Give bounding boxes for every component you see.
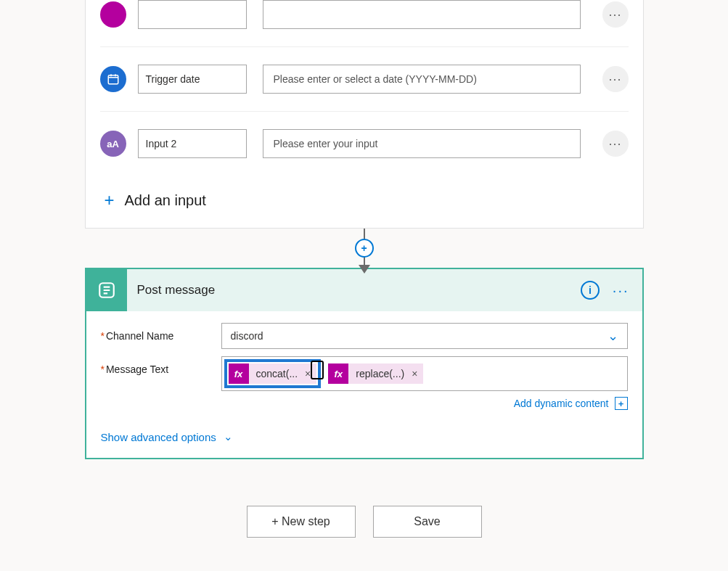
- bottom-actions: + New step Save: [0, 506, 728, 538]
- expression-token[interactable]: fx concat(... ×: [229, 363, 317, 384]
- plus-icon: +: [105, 190, 115, 210]
- param-name-input[interactable]: [138, 0, 247, 29]
- trigger-input-row: Trigger date Please enter or select a da…: [100, 46, 629, 111]
- info-icon[interactable]: i: [581, 281, 600, 300]
- field-channel-name: *Channel Name discord ⌄: [101, 323, 628, 349]
- param-value-input[interactable]: Please enter or select a date (YYYY-MM-D…: [263, 65, 581, 94]
- row-more-button[interactable]: ···: [602, 131, 629, 157]
- param-name-input[interactable]: Input 2: [138, 129, 247, 158]
- select-value: discord: [231, 330, 263, 342]
- chevron-down-icon: ⌄: [224, 430, 233, 443]
- field-message-text: *Message Text fx concat(... × fx: [101, 356, 628, 410]
- field-label: *Message Text: [101, 356, 221, 375]
- channel-name-select[interactable]: discord ⌄: [221, 323, 628, 349]
- plus-box-icon: +: [615, 397, 628, 410]
- field-label: *Channel Name: [101, 323, 221, 342]
- date-input-type-icon: [100, 66, 126, 92]
- action-header[interactable]: Post message i ···: [86, 269, 642, 311]
- add-input-label: Add an input: [125, 192, 206, 209]
- action-title: Post message: [137, 283, 570, 297]
- slack-connector-icon: [86, 269, 127, 311]
- trigger-input-row: aA Input 2 Please enter your input ···: [100, 111, 629, 176]
- add-input-button[interactable]: + Add an input: [100, 176, 629, 213]
- trigger-card: ··· Trigger date Please enter or select …: [85, 0, 644, 229]
- action-card: Post message i ··· *Channel Name discord…: [85, 268, 644, 459]
- trigger-input-row: ···: [100, 0, 629, 46]
- expression-token[interactable]: fx replace(...) ×: [328, 363, 423, 384]
- token-remove-icon[interactable]: ×: [412, 368, 423, 379]
- param-value-input[interactable]: [263, 0, 581, 29]
- text-input-type-icon: aA: [100, 131, 126, 157]
- fx-icon: fx: [229, 363, 249, 384]
- param-name-input[interactable]: Trigger date: [138, 65, 247, 94]
- param-value-input[interactable]: Please enter your input: [263, 129, 581, 158]
- save-button[interactable]: Save: [373, 506, 482, 538]
- message-text-input[interactable]: fx concat(... × fx replace(...) ×: [221, 356, 628, 391]
- text-input-type-icon: [100, 1, 126, 28]
- token-remove-icon[interactable]: ×: [305, 368, 316, 379]
- insert-step-button[interactable]: +: [355, 239, 374, 258]
- row-more-button[interactable]: ···: [602, 1, 629, 28]
- show-advanced-options-button[interactable]: Show advanced options ⌄: [101, 430, 628, 443]
- token-selected: fx concat(... ×: [224, 359, 322, 388]
- row-more-button[interactable]: ···: [602, 66, 629, 92]
- action-more-button[interactable]: ···: [610, 282, 632, 299]
- new-step-button[interactable]: + New step: [247, 506, 356, 538]
- flow-connector: +: [85, 229, 644, 268]
- chevron-down-icon: ⌄: [608, 328, 618, 344]
- svg-rect-0: [108, 75, 118, 84]
- arrow-down-icon: [359, 265, 370, 274]
- fx-icon: fx: [328, 363, 348, 384]
- add-dynamic-content-button[interactable]: Add dynamic content +: [221, 397, 628, 410]
